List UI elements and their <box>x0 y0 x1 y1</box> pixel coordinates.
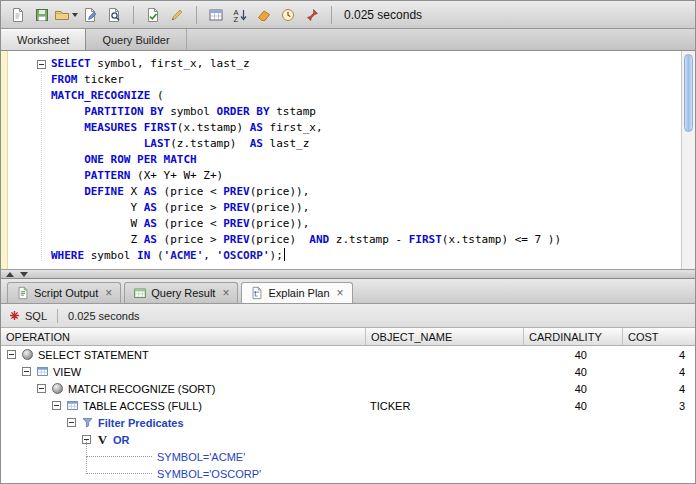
table-icon <box>66 399 79 412</box>
collapse-icon[interactable] <box>67 418 76 427</box>
toolbar-separator <box>331 6 332 24</box>
code-fold-icon[interactable] <box>37 60 46 69</box>
statement-icon <box>52 383 63 394</box>
operation-cell: MATCH RECOGNIZE (SORT) <box>1 380 366 397</box>
explain-plan-icon <box>250 286 264 300</box>
toolbar-separator <box>133 6 134 24</box>
tab-worksheet[interactable]: Worksheet <box>1 29 86 50</box>
close-icon[interactable]: × <box>337 287 344 299</box>
close-icon[interactable]: × <box>105 287 112 299</box>
operation-label: SYMBOL='OSCORP' <box>157 468 261 480</box>
operation-label: Filter Predicates <box>98 417 184 429</box>
plan-row[interactable]: VIEW404 <box>1 363 695 380</box>
sql-label: SQL <box>25 310 47 322</box>
tree-connector <box>86 457 152 474</box>
sort-az-icon: AZ <box>232 7 248 23</box>
sql-developer-window: AZ 0.025 seconds Worksheet Query Builder… <box>0 0 696 484</box>
operation-cell: SELECT STATEMENT <box>1 346 366 363</box>
code-lines: SELECT symbol, first_x, last_zFROM ticke… <box>51 56 561 264</box>
plan-rows: SELECT STATEMENT404VIEW404MATCH RECOGNIZ… <box>1 346 695 483</box>
pin-icon <box>304 7 320 23</box>
tab-label: Script Output <box>34 287 98 299</box>
sql-icon[interactable] <box>9 310 20 321</box>
dropdown-arrow-icon[interactable] <box>72 13 78 17</box>
code-line: DEFINE X AS (price < PREV(price)), <box>51 184 561 200</box>
tab-query-builder-label: Query Builder <box>102 34 169 46</box>
toolbar-separator <box>57 309 58 323</box>
explain-plan-toolbar: SQL 0.025 seconds <box>1 304 695 328</box>
new-file-button[interactable] <box>7 4 29 26</box>
filter-icon <box>81 416 94 429</box>
sort-az-button[interactable]: AZ <box>229 4 251 26</box>
editor-scrollbar[interactable] <box>681 51 695 269</box>
collapse-icon[interactable] <box>37 384 46 393</box>
cardinality-cell: 40 <box>524 383 623 395</box>
plan-row[interactable]: Filter Predicates <box>1 414 695 431</box>
tab-query-builder[interactable]: Query Builder <box>86 29 186 50</box>
code-line: MEASURES FIRST(x.tstamp) AS first_x, <box>51 120 561 136</box>
panel-splitter[interactable] <box>1 269 695 279</box>
code-line: SELECT symbol, first_x, last_z <box>51 56 561 72</box>
code-line: W AS (price < PREV(price)), <box>51 216 561 232</box>
operation-cell: Filter Predicates <box>1 414 366 431</box>
save-button[interactable] <box>31 4 53 26</box>
scrollbar-thumb[interactable] <box>684 54 693 132</box>
cost-cell: 4 <box>623 383 695 395</box>
column-header-cardinality[interactable]: CARDINALITY <box>524 328 623 345</box>
column-header-object-name[interactable]: OBJECT_NAME <box>366 328 524 345</box>
tab-label: Explain Plan <box>268 287 329 299</box>
commit-icon <box>145 7 161 23</box>
collapse-down-icon[interactable] <box>20 272 28 277</box>
search-document-button[interactable] <box>103 4 125 26</box>
eraser-icon <box>256 7 272 23</box>
collapse-icon[interactable] <box>22 367 31 376</box>
worksheet-tabbar: Worksheet Query Builder <box>1 29 695 51</box>
pin-button[interactable] <box>301 4 323 26</box>
code-line: WHERE symbol IN ('ACME', 'OSCORP'); <box>51 248 561 264</box>
execution-time-label: 0.025 seconds <box>344 8 422 22</box>
tab-script-output[interactable]: Script Output× <box>7 282 121 303</box>
collapse-icon[interactable] <box>7 350 16 359</box>
save-icon <box>34 7 50 23</box>
collapse-icon[interactable] <box>52 401 61 410</box>
column-header-cost[interactable]: COST <box>623 328 695 345</box>
plan-row[interactable]: SELECT STATEMENT404 <box>1 346 695 363</box>
operation-label: SYMBOL='ACME' <box>157 451 245 463</box>
plan-row[interactable]: SYMBOL='OSCORP' <box>1 465 695 482</box>
operation-label: MATCH RECOGNIZE (SORT) <box>68 383 215 395</box>
history-button[interactable] <box>277 4 299 26</box>
code-line: MATCH_RECOGNIZE ( <box>51 88 561 104</box>
expand-up-icon[interactable] <box>6 272 14 277</box>
code-line: ONE ROW PER MATCH <box>51 152 561 168</box>
plan-row[interactable]: MATCH RECOGNIZE (SORT)404 <box>1 380 695 397</box>
operation-cell: SYMBOL='ACME' <box>1 448 366 465</box>
edit-document-icon <box>82 7 98 23</box>
script-output-icon <box>16 286 30 300</box>
object-name-cell: TICKER <box>366 400 524 412</box>
sql-worksheet-icon <box>208 7 224 23</box>
commit-button[interactable] <box>142 4 164 26</box>
query-result-icon <box>133 286 147 300</box>
pencil-button[interactable] <box>166 4 188 26</box>
operation-label: SELECT STATEMENT <box>38 349 149 361</box>
editor-gutter <box>1 51 8 269</box>
toolbar-buttons: AZ <box>7 4 338 26</box>
column-header-operation[interactable]: OPERATION <box>1 328 366 345</box>
statement-icon <box>22 349 33 360</box>
sql-editor[interactable]: SELECT symbol, first_x, last_zFROM ticke… <box>1 51 695 269</box>
tab-explain-plan[interactable]: Explain Plan× <box>241 282 352 303</box>
cost-cell: 4 <box>623 366 695 378</box>
operation-cell: VIEW <box>1 363 366 380</box>
pencil-icon <box>169 7 185 23</box>
table-icon <box>36 365 49 378</box>
sql-worksheet-button[interactable] <box>205 4 227 26</box>
plan-row[interactable]: TABLE ACCESS (FULL)TICKER403 <box>1 397 695 414</box>
tab-query-result[interactable]: Query Result× <box>124 282 238 303</box>
search-document-icon <box>106 7 122 23</box>
eraser-button[interactable] <box>253 4 275 26</box>
edit-document-button[interactable] <box>79 4 101 26</box>
open-folder-button[interactable] <box>55 4 77 26</box>
text-cursor <box>284 248 285 261</box>
tab-worksheet-label: Worksheet <box>17 34 69 46</box>
close-icon[interactable]: × <box>222 287 229 299</box>
